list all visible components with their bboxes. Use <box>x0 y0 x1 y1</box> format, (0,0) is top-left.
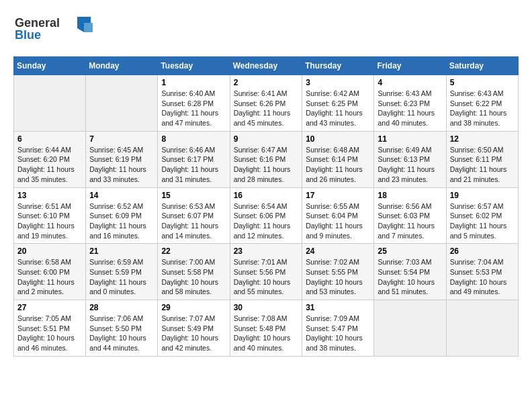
day-number: 3 <box>306 78 370 87</box>
day-number: 29 <box>161 303 226 312</box>
day-number: 4 <box>378 78 442 87</box>
cell-1-2: 8Sunrise: 6:46 AMSunset: 6:17 PMDaylight… <box>158 131 230 187</box>
cell-details: Sunrise: 6:48 AMSunset: 6:14 PMDaylight:… <box>306 145 370 185</box>
day-number: 12 <box>450 134 515 144</box>
cell-3-2: 22Sunrise: 7:00 AMSunset: 5:58 PMDayligh… <box>158 244 230 300</box>
day-number: 18 <box>378 191 442 200</box>
cell-details: Sunrise: 6:43 AMSunset: 6:23 PMDaylight:… <box>378 89 442 128</box>
cell-0-3: 2Sunrise: 6:41 AMSunset: 6:26 PMDaylight… <box>230 75 302 132</box>
cell-details: Sunrise: 6:45 AMSunset: 6:19 PMDaylight:… <box>89 145 154 185</box>
week-row-2: 6Sunrise: 6:44 AMSunset: 6:20 PMDaylight… <box>14 131 519 187</box>
cell-details: Sunrise: 6:57 AMSunset: 6:02 PMDaylight:… <box>450 201 515 241</box>
cell-0-6: 5Sunrise: 6:43 AMSunset: 6:22 PMDaylight… <box>446 75 518 132</box>
cell-details: Sunrise: 7:08 AMSunset: 5:48 PMDaylight:… <box>234 314 299 353</box>
cell-details: Sunrise: 7:02 AMSunset: 5:55 PMDaylight:… <box>306 257 370 297</box>
cell-details: Sunrise: 6:46 AMSunset: 6:17 PMDaylight:… <box>161 145 226 185</box>
cell-details: Sunrise: 6:52 AMSunset: 6:09 PMDaylight:… <box>89 201 154 241</box>
cell-2-6: 19Sunrise: 6:57 AMSunset: 6:02 PMDayligh… <box>446 187 518 244</box>
day-number: 28 <box>89 303 154 312</box>
cell-2-0: 13Sunrise: 6:51 AMSunset: 6:10 PMDayligh… <box>14 187 86 244</box>
svg-text:General: General <box>15 16 60 30</box>
cell-1-4: 10Sunrise: 6:48 AMSunset: 6:14 PMDayligh… <box>302 131 374 187</box>
cell-4-0: 27Sunrise: 7:05 AMSunset: 5:51 PMDayligh… <box>14 300 86 357</box>
cell-details: Sunrise: 7:06 AMSunset: 5:50 PMDaylight:… <box>89 314 154 353</box>
day-number: 30 <box>234 303 299 312</box>
header-wednesday: Wednesday <box>230 57 302 75</box>
cell-details: Sunrise: 6:50 AMSunset: 6:11 PMDaylight:… <box>450 145 515 185</box>
cell-details: Sunrise: 6:51 AMSunset: 6:10 PMDaylight:… <box>17 201 82 241</box>
week-row-4: 20Sunrise: 6:58 AMSunset: 6:00 PMDayligh… <box>14 244 519 300</box>
calendar-header-row: SundayMondayTuesdayWednesdayThursdayFrid… <box>14 57 519 75</box>
header-thursday: Thursday <box>302 57 374 75</box>
cell-details: Sunrise: 7:07 AMSunset: 5:49 PMDaylight:… <box>161 314 226 353</box>
cell-4-2: 29Sunrise: 7:07 AMSunset: 5:49 PMDayligh… <box>158 300 230 357</box>
day-number: 23 <box>234 246 299 256</box>
cell-details: Sunrise: 6:55 AMSunset: 6:04 PMDaylight:… <box>306 201 370 241</box>
day-number: 1 <box>161 78 226 87</box>
cell-0-5: 4Sunrise: 6:43 AMSunset: 6:23 PMDaylight… <box>374 75 446 132</box>
cell-3-0: 20Sunrise: 6:58 AMSunset: 6:00 PMDayligh… <box>14 244 86 300</box>
cell-4-6 <box>446 300 518 357</box>
header-tuesday: Tuesday <box>158 57 230 75</box>
week-row-3: 13Sunrise: 6:51 AMSunset: 6:10 PMDayligh… <box>14 187 519 244</box>
cell-1-6: 12Sunrise: 6:50 AMSunset: 6:11 PMDayligh… <box>446 131 518 187</box>
header-sunday: Sunday <box>14 57 86 75</box>
cell-4-1: 28Sunrise: 7:06 AMSunset: 5:50 PMDayligh… <box>86 300 158 357</box>
week-row-5: 27Sunrise: 7:05 AMSunset: 5:51 PMDayligh… <box>14 300 519 357</box>
cell-details: Sunrise: 6:40 AMSunset: 6:28 PMDaylight:… <box>161 89 226 128</box>
cell-4-4: 31Sunrise: 7:09 AMSunset: 5:47 PMDayligh… <box>302 300 374 357</box>
cell-details: Sunrise: 6:49 AMSunset: 6:13 PMDaylight:… <box>378 145 442 185</box>
cell-details: Sunrise: 6:43 AMSunset: 6:22 PMDaylight:… <box>450 89 515 128</box>
day-number: 22 <box>161 246 226 256</box>
day-number: 17 <box>306 191 370 200</box>
cell-2-3: 16Sunrise: 6:54 AMSunset: 6:06 PMDayligh… <box>230 187 302 244</box>
logo-text: General Blue <box>13 13 101 46</box>
cell-4-3: 30Sunrise: 7:08 AMSunset: 5:48 PMDayligh… <box>230 300 302 357</box>
cell-details: Sunrise: 6:42 AMSunset: 6:25 PMDaylight:… <box>306 89 370 128</box>
cell-details: Sunrise: 7:00 AMSunset: 5:58 PMDaylight:… <box>161 257 226 297</box>
day-number: 7 <box>89 134 154 144</box>
header-monday: Monday <box>86 57 158 75</box>
logo-svg: General Blue <box>13 13 101 43</box>
cell-details: Sunrise: 6:53 AMSunset: 6:07 PMDaylight:… <box>161 201 226 241</box>
day-number: 2 <box>234 78 299 87</box>
day-number: 21 <box>89 246 154 256</box>
day-number: 9 <box>234 134 299 144</box>
cell-details: Sunrise: 6:44 AMSunset: 6:20 PMDaylight:… <box>17 145 82 185</box>
cell-details: Sunrise: 6:41 AMSunset: 6:26 PMDaylight:… <box>234 89 299 128</box>
cell-1-3: 9Sunrise: 6:47 AMSunset: 6:16 PMDaylight… <box>230 131 302 187</box>
cell-2-4: 17Sunrise: 6:55 AMSunset: 6:04 PMDayligh… <box>302 187 374 244</box>
day-number: 11 <box>378 134 442 144</box>
cell-0-2: 1Sunrise: 6:40 AMSunset: 6:28 PMDaylight… <box>158 75 230 132</box>
calendar-table: SundayMondayTuesdayWednesdayThursdayFrid… <box>13 56 519 357</box>
cell-3-5: 25Sunrise: 7:03 AMSunset: 5:54 PMDayligh… <box>374 244 446 300</box>
cell-2-1: 14Sunrise: 6:52 AMSunset: 6:09 PMDayligh… <box>86 187 158 244</box>
day-number: 25 <box>378 246 442 256</box>
day-number: 10 <box>306 134 370 144</box>
cell-2-5: 18Sunrise: 6:56 AMSunset: 6:03 PMDayligh… <box>374 187 446 244</box>
cell-details: Sunrise: 7:05 AMSunset: 5:51 PMDaylight:… <box>17 314 82 353</box>
day-number: 31 <box>306 303 370 312</box>
cell-2-2: 15Sunrise: 6:53 AMSunset: 6:07 PMDayligh… <box>158 187 230 244</box>
day-number: 13 <box>17 191 82 200</box>
day-number: 8 <box>161 134 226 144</box>
day-number: 26 <box>450 246 515 256</box>
day-number: 15 <box>161 191 226 200</box>
svg-text:Blue: Blue <box>15 28 41 42</box>
cell-details: Sunrise: 7:03 AMSunset: 5:54 PMDaylight:… <box>378 257 442 297</box>
cell-0-4: 3Sunrise: 6:42 AMSunset: 6:25 PMDaylight… <box>302 75 374 132</box>
day-number: 27 <box>17 303 82 312</box>
day-number: 20 <box>17 246 82 256</box>
header-saturday: Saturday <box>446 57 518 75</box>
day-number: 16 <box>234 191 299 200</box>
week-row-1: 1Sunrise: 6:40 AMSunset: 6:28 PMDaylight… <box>14 75 519 132</box>
cell-details: Sunrise: 6:54 AMSunset: 6:06 PMDaylight:… <box>234 201 299 241</box>
logo: General Blue <box>13 13 101 46</box>
cell-details: Sunrise: 7:04 AMSunset: 5:53 PMDaylight:… <box>450 257 515 297</box>
cell-3-4: 24Sunrise: 7:02 AMSunset: 5:55 PMDayligh… <box>302 244 374 300</box>
cell-4-5 <box>374 300 446 357</box>
page-header: General Blue <box>13 13 519 46</box>
cell-0-1 <box>86 75 158 132</box>
cell-3-1: 21Sunrise: 6:59 AMSunset: 5:59 PMDayligh… <box>86 244 158 300</box>
cell-details: Sunrise: 6:58 AMSunset: 6:00 PMDaylight:… <box>17 257 82 297</box>
